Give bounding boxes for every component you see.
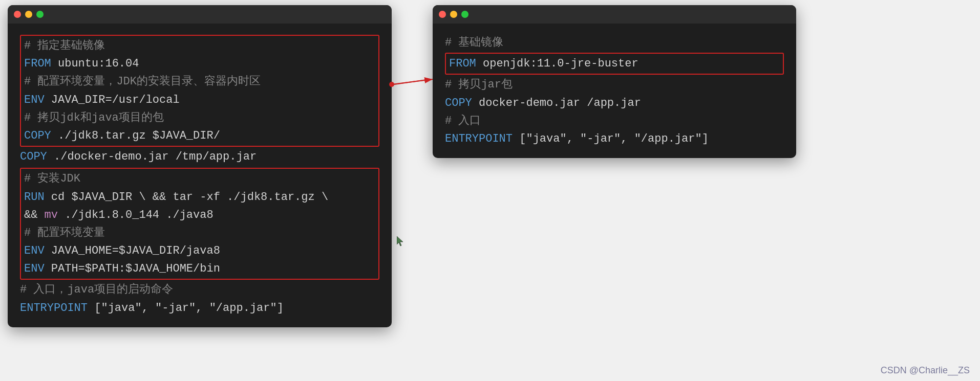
- maximize-button-right[interactable]: [461, 11, 468, 18]
- line-comment-4: # 安装JDK: [24, 170, 375, 188]
- line-from-right: FROM openjdk:11.0-jre-buster: [449, 55, 780, 73]
- line-comment-r3: # 入口: [445, 112, 784, 130]
- line-comment-3: # 拷贝jdk和java项目的包: [24, 109, 375, 127]
- left-window: # 指定基础镜像 FROM ubuntu:16.04 # 配置环境变量，JDK的…: [8, 5, 392, 327]
- svg-marker-4: [397, 236, 403, 246]
- line-env-2: ENV JAVA_HOME=$JAVA_DIR/java8: [24, 242, 375, 260]
- line-entrypoint-left: ENTRYPOINT ["java", "-jar", "/app.jar"]: [20, 299, 379, 317]
- line-run: RUN cd $JAVA_DIR \ && tar -xf ./jdk8.tar…: [24, 188, 375, 206]
- right-window: # 基础镜像 FROM openjdk:11.0-jre-buster # 拷贝…: [433, 5, 796, 158]
- close-button-left[interactable]: [14, 11, 21, 18]
- titlebar-left: [8, 5, 392, 24]
- line-env-1: ENV JAVA_DIR=/usr/local: [24, 91, 375, 109]
- line-env-3: ENV PATH=$PATH:$JAVA_HOME/bin: [24, 260, 375, 278]
- line-comment-1: # 指定基础镜像: [24, 37, 375, 55]
- minimize-button-right[interactable]: [450, 11, 457, 18]
- minimize-button-left[interactable]: [25, 11, 32, 18]
- line-from: FROM ubuntu:16.04: [24, 55, 375, 73]
- code-area-right: # 基础镜像 FROM openjdk:11.0-jre-buster # 拷贝…: [433, 24, 796, 158]
- maximize-button-left[interactable]: [36, 11, 44, 18]
- line-copy-1: COPY ./jdk8.tar.gz $JAVA_DIR/: [24, 127, 375, 145]
- code-area-left: # 指定基础镜像 FROM ubuntu:16.04 # 配置环境变量，JDK的…: [8, 24, 392, 327]
- titlebar-right: [433, 5, 796, 24]
- line-comment-6: # 入口，java项目的启动命令: [20, 281, 379, 299]
- cursor: [397, 236, 405, 244]
- line-run-2: && mv ./jdk1.8.0_144 ./java8: [24, 206, 375, 224]
- line-comment-5: # 配置环境变量: [24, 224, 375, 242]
- red-box-from-right: FROM openjdk:11.0-jre-buster: [445, 53, 784, 75]
- close-button-right[interactable]: [439, 11, 446, 18]
- line-entrypoint-right: ENTRYPOINT ["java", "-jar", "/app.jar"]: [445, 130, 784, 148]
- red-box-bottom: # 安装JDK RUN cd $JAVA_DIR \ && tar -xf ./…: [20, 168, 379, 280]
- watermark: CSDN @Charlie__ZS: [881, 365, 970, 376]
- red-box-top: # 指定基础镜像 FROM ubuntu:16.04 # 配置环境变量，JDK的…: [20, 35, 379, 147]
- line-copy-2: COPY ./docker-demo.jar /tmp/app.jar: [20, 148, 379, 166]
- svg-line-0: [392, 79, 433, 84]
- line-copy-right: COPY docker-demo.jar /app.jar: [445, 94, 784, 112]
- line-comment-r1: # 基础镜像: [445, 34, 784, 52]
- line-comment-r2: # 拷贝jar包: [445, 76, 784, 94]
- line-comment-2: # 配置环境变量，JDK的安装目录、容器内时区: [24, 73, 375, 91]
- svg-line-3: [394, 79, 430, 84]
